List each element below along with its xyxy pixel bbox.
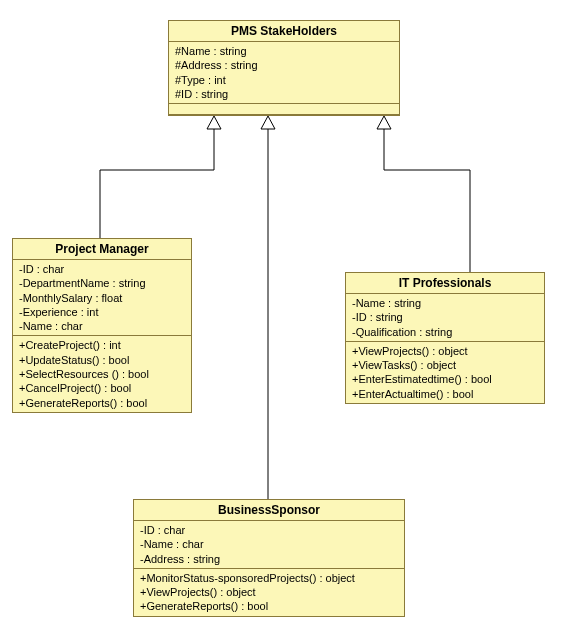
op: +MonitorStatus-sponsoredProjects() : obj… xyxy=(140,571,398,585)
class-pms-stakeholders: PMS StakeHolders #Name : string #Address… xyxy=(168,20,400,116)
attr: #Type : int xyxy=(175,73,393,87)
attributes-section: -Name : string -ID : string -Qualificati… xyxy=(346,294,544,342)
attr: -DepartmentName : string xyxy=(19,276,185,290)
attr: -Name : char xyxy=(19,319,185,333)
attr: -MonthlySalary : float xyxy=(19,291,185,305)
attr: #ID : string xyxy=(175,87,393,101)
attr: #Name : string xyxy=(175,44,393,58)
op: +CancelProject() : bool xyxy=(19,381,185,395)
op: +SelectResources () : bool xyxy=(19,367,185,381)
op: +ViewProjects() : object xyxy=(140,585,398,599)
operations-section: +ViewProjects() : object +ViewTasks() : … xyxy=(346,342,544,403)
attr: -Address : string xyxy=(140,552,398,566)
op: +CreateProject() : int xyxy=(19,338,185,352)
svg-marker-0 xyxy=(207,116,221,129)
operations-section: +CreateProject() : int +UpdateStatus() :… xyxy=(13,336,191,411)
op: +GenerateReports() : bool xyxy=(19,396,185,410)
attr: -ID : string xyxy=(352,310,538,324)
op: +EnterEstimatedtime() : bool xyxy=(352,372,538,386)
op: +GenerateReports() : bool xyxy=(140,599,398,613)
attributes-section: -ID : char -DepartmentName : string -Mon… xyxy=(13,260,191,336)
attributes-section: #Name : string #Address : string #Type :… xyxy=(169,42,399,104)
op: +ViewTasks() : object xyxy=(352,358,538,372)
class-title: PMS StakeHolders xyxy=(169,21,399,42)
op: +ViewProjects() : object xyxy=(352,344,538,358)
class-title: Project Manager xyxy=(13,239,191,260)
attr: #Address : string xyxy=(175,58,393,72)
attr: -Name : string xyxy=(352,296,538,310)
attr: -Experience : int xyxy=(19,305,185,319)
svg-marker-2 xyxy=(377,116,391,129)
op: +EnterActualtime() : bool xyxy=(352,387,538,401)
attr: -ID : char xyxy=(140,523,398,537)
operations-section: +MonitorStatus-sponsoredProjects() : obj… xyxy=(134,569,404,616)
svg-marker-1 xyxy=(261,116,275,129)
class-it-professionals: IT Professionals -Name : string -ID : st… xyxy=(345,272,545,404)
op: +UpdateStatus() : bool xyxy=(19,353,185,367)
attr: -Qualification : string xyxy=(352,325,538,339)
class-business-sponsor: BusinessSponsor -ID : char -Name : char … xyxy=(133,499,405,617)
attributes-section: -ID : char -Name : char -Address : strin… xyxy=(134,521,404,569)
operations-section-empty xyxy=(169,104,399,115)
class-title: BusinessSponsor xyxy=(134,500,404,521)
attr: -ID : char xyxy=(19,262,185,276)
class-title: IT Professionals xyxy=(346,273,544,294)
attr: -Name : char xyxy=(140,537,398,551)
class-project-manager: Project Manager -ID : char -DepartmentNa… xyxy=(12,238,192,413)
